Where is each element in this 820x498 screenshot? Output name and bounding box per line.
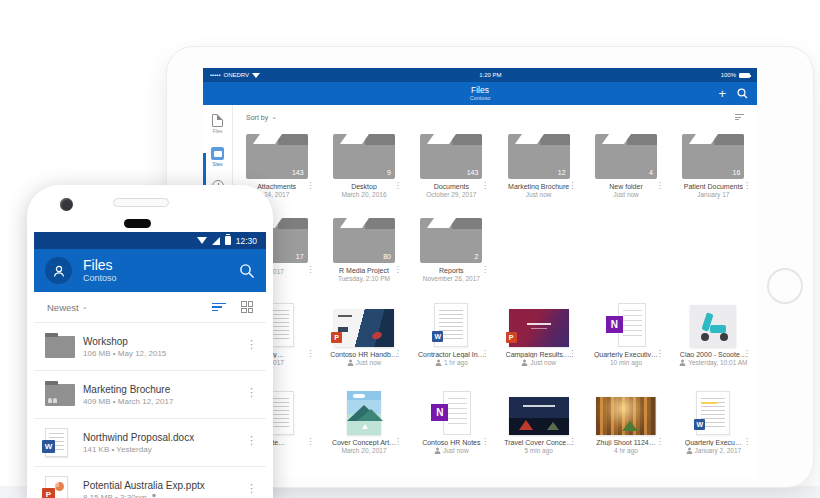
battery-percent-label: 100% <box>721 72 736 78</box>
list-item-potential-australia[interactable]: P Potential Australia Exp.pptx 8.15 MB •… <box>34 467 266 498</box>
account-avatar[interactable] <box>45 257 72 284</box>
more-icon[interactable]: ⋮ <box>394 265 402 274</box>
earpiece-speaker <box>113 198 169 207</box>
more-icon[interactable]: ⋮ <box>743 349 751 358</box>
more-icon[interactable]: ⋮ <box>394 181 402 190</box>
file-tile-ciao-2000-scooter[interactable]: Ciao 2000 - Scoote… Yesterday, 10:01 AM … <box>670 297 757 385</box>
more-icon[interactable]: ⋮ <box>481 349 489 358</box>
word-thumbnail: W <box>434 303 468 347</box>
more-icon[interactable]: ⋮ <box>394 349 402 358</box>
folder-name: New folder <box>609 183 642 190</box>
sidebar-sites-label: Sites <box>212 162 222 167</box>
list-view-icon[interactable] <box>212 303 226 312</box>
front-camera <box>60 198 73 211</box>
more-icon[interactable]: ⋮ <box>246 386 257 399</box>
page-title: Files <box>471 86 489 95</box>
more-icon[interactable]: ⋮ <box>568 181 576 190</box>
list-item-workshop[interactable]: Workshop 106 MB • May 12, 2015 ⋮ <box>34 323 266 371</box>
shared-people-icon <box>48 397 57 403</box>
folder-icon: 2 <box>420 218 482 263</box>
file-tile-contoso-hr-notes[interactable]: N Contoso HR Notes Just now ⋮ <box>408 385 495 473</box>
more-icon[interactable]: ⋮ <box>481 265 489 274</box>
folder-tile-desktop[interactable]: 9 Desktop March 20, 2016 ⋮ <box>320 129 407 213</box>
more-icon[interactable]: ⋮ <box>743 181 751 190</box>
file-date: Just now <box>356 359 382 366</box>
file-tile-quarterly-executive[interactable]: N Quarterly Executiv… 10 min ago ⋮ <box>582 297 669 385</box>
more-icon[interactable]: ⋮ <box>394 437 402 446</box>
folder-icon: 4 <box>595 134 657 179</box>
signal-dots-icon: ••••• <box>210 72 221 78</box>
grid-view-icon[interactable] <box>241 301 253 313</box>
more-icon[interactable]: ⋮ <box>246 482 257 495</box>
folder-tile-reports[interactable]: 2 Reports November 26, 2017 ⋮ <box>408 213 495 297</box>
phone-status-bar: 12:30 <box>34 232 266 249</box>
sidebar-item-files[interactable]: Files <box>212 114 223 134</box>
chevron-down-icon[interactable]: ⌄ <box>271 113 277 121</box>
folder-tile-marketing-brochure[interactable]: 12 Marketing Brochure Just now ⋮ <box>495 129 582 213</box>
folder-icon: 80 <box>333 218 395 263</box>
word-icon: W <box>432 331 443 342</box>
speaker-slot <box>124 219 151 228</box>
item-count: 9 <box>387 169 391 176</box>
more-icon[interactable]: ⋮ <box>481 437 489 446</box>
more-icon[interactable]: ⋮ <box>306 349 314 358</box>
shared-person-icon <box>150 493 158 498</box>
more-icon[interactable]: ⋮ <box>656 181 664 190</box>
more-icon[interactable]: ⋮ <box>656 437 664 446</box>
file-tile-cover-concept-art[interactable]: Cover Concept Art… March 20, 2017 ⋮ <box>320 385 407 473</box>
home-button[interactable] <box>767 268 803 304</box>
file-name: Ciao 2000 - Scoote… <box>680 351 747 358</box>
file-name: Campaign Results.… <box>506 351 572 358</box>
file-tile-contoso-hr-handbook[interactable]: P Contoso HR Handb… Just now ⋮ <box>320 297 407 385</box>
chevron-down-icon[interactable]: ⌄ <box>82 303 88 311</box>
file-name: Zhuji Shoot 1124… <box>596 439 655 446</box>
folder-tile-patient-documents[interactable]: 16 Patient Documents January 17 ⋮ <box>670 129 757 213</box>
file-name: Contoso HR Handb… <box>330 351 398 358</box>
powerpoint-thumbnail: P <box>509 309 569 347</box>
item-name: Potential Australia Exp.pptx <box>83 479 205 492</box>
search-icon[interactable] <box>239 263 255 279</box>
more-icon[interactable]: ⋮ <box>481 181 489 190</box>
view-toggle-icon[interactable] <box>735 114 744 120</box>
search-icon[interactable] <box>737 88 748 99</box>
more-icon[interactable]: ⋮ <box>743 437 751 446</box>
folder-date: Tuesday, 2:10 PM <box>338 275 390 282</box>
phone-page-title: Files <box>83 258 117 273</box>
more-icon[interactable]: ⋮ <box>246 338 257 351</box>
folder-icon: 9 <box>333 134 395 179</box>
folder-date: January 17 <box>697 191 729 198</box>
file-date: Yesterday, 10:01 AM <box>688 359 747 366</box>
item-meta: 8.15 MB • 3:30pm <box>83 492 147 498</box>
folder-tile-new-folder[interactable]: 4 New folder Just now ⋮ <box>582 129 669 213</box>
list-item-marketing-brochure[interactable]: Marketing Brochure 409 MB • March 12, 20… <box>34 371 266 419</box>
file-tile-campaign-results[interactable]: P Campaign Results.… Just now ⋮ <box>495 297 582 385</box>
folder-tile-documents[interactable]: 143 Documents October 29, 2017 ⋮ <box>408 129 495 213</box>
file-tile-zhuji-shoot[interactable]: Zhuji Shoot 1124… 4 hr ago ⋮ <box>582 385 669 473</box>
sites-icon <box>211 147 224 160</box>
sort-by-label[interactable]: Sort by <box>246 114 268 121</box>
folder-tile-r-media-project[interactable]: 80 R Media Project Tuesday, 2:10 PM ⋮ <box>320 213 407 297</box>
file-tile-travel-cover-concept[interactable]: Travel Cover Conce… 5 min ago ⋮ <box>495 385 582 473</box>
file-tile-contractor-legal[interactable]: W Contractor Legal In… 1 hr ago ⋮ <box>408 297 495 385</box>
item-name: Marketing Brochure <box>83 383 173 396</box>
sidebar-item-sites[interactable]: Sites <box>211 147 224 167</box>
more-icon[interactable]: ⋮ <box>306 265 314 274</box>
add-icon[interactable]: + <box>718 87 726 100</box>
more-icon[interactable]: ⋮ <box>306 181 314 190</box>
sidebar-files-label: Files <box>213 129 223 134</box>
file-tile-quarterly-exec-doc[interactable]: W Quarterly Execu… January 2, 2017 ⋮ <box>670 385 757 473</box>
more-icon[interactable]: ⋮ <box>656 349 664 358</box>
folder-name: Attachments <box>257 183 296 190</box>
more-icon[interactable]: ⋮ <box>568 437 576 446</box>
more-icon[interactable]: ⋮ <box>306 437 314 446</box>
more-icon[interactable]: ⋮ <box>568 349 576 358</box>
item-name: Northwind Proposal.docx <box>83 431 194 444</box>
word-icon: W <box>42 440 55 453</box>
more-icon[interactable]: ⋮ <box>246 434 257 447</box>
onenote-thumbnail: N <box>606 303 646 347</box>
clock-label: 1:20 PM <box>260 72 721 78</box>
newest-sort-label[interactable]: Newest <box>47 302 79 313</box>
folder-name: Marketing Brochure <box>508 183 569 190</box>
item-count: 12 <box>558 169 566 176</box>
list-item-northwind-proposal[interactable]: W Northwind Proposal.docx 141 KB • Yeste… <box>34 419 266 467</box>
